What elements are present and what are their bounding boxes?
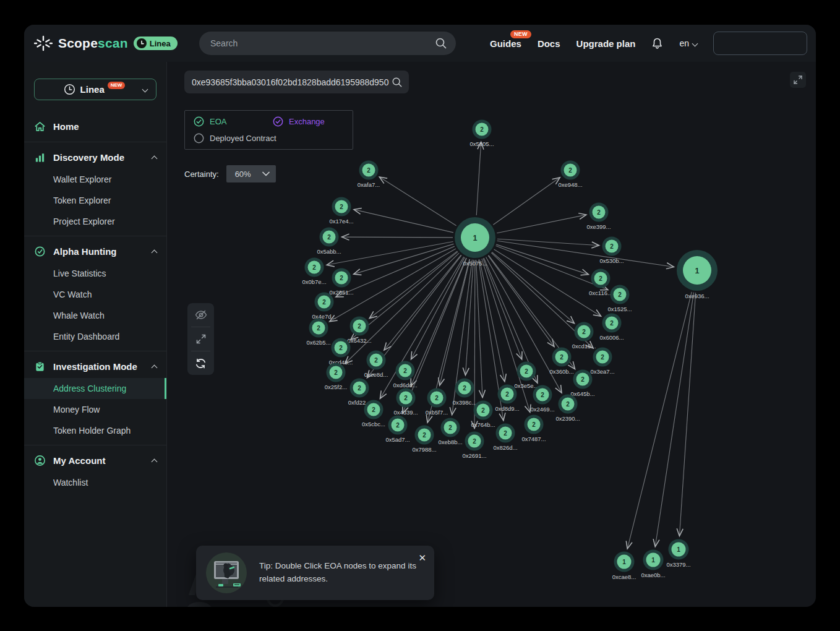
svg-text:2: 2 bbox=[358, 385, 361, 392]
search-input[interactable] bbox=[210, 38, 435, 48]
unchecked-circle-icon bbox=[194, 133, 204, 144]
graph-node[interactable]: 20x4d39... bbox=[393, 388, 418, 416]
notification-bell-icon[interactable] bbox=[651, 37, 663, 49]
graph-node[interactable]: 20x62b5... bbox=[306, 319, 330, 346]
graph-node[interactable]: 20xcd15... bbox=[572, 322, 596, 350]
nav-upgrade-plan[interactable]: Upgrade plan bbox=[576, 38, 636, 49]
graph-node-label: 0x398c... bbox=[453, 399, 477, 406]
sidebar-item-watchlist[interactable]: Watchlist bbox=[24, 472, 166, 493]
graph-node[interactable]: 20x5abb... bbox=[317, 228, 341, 255]
divider bbox=[24, 445, 166, 445]
svg-text:2: 2 bbox=[317, 325, 320, 332]
refresh-button[interactable] bbox=[187, 351, 214, 375]
svg-text:2: 2 bbox=[481, 407, 485, 414]
graph-edge bbox=[496, 246, 608, 290]
graph-node[interactable]: 20xce8d... bbox=[364, 351, 388, 379]
sidebar-item-live-statistics[interactable]: Live Statistics bbox=[24, 263, 166, 284]
graph-node[interactable]: 20x3e5e... bbox=[514, 362, 538, 390]
svg-text:2: 2 bbox=[358, 323, 361, 330]
graph-node[interactable]: 20x360b... bbox=[549, 348, 573, 376]
graph-node[interactable]: 20x2051... bbox=[329, 268, 353, 296]
graph-node[interactable]: 20xc116... bbox=[589, 269, 612, 297]
graph-node-label: 0xb5f7... bbox=[426, 409, 448, 416]
close-icon[interactable]: ✕ bbox=[418, 553, 426, 562]
graph-node[interactable]: 20x25f2... bbox=[325, 363, 347, 391]
svg-text:2: 2 bbox=[599, 275, 602, 282]
network-selector-label: Linea bbox=[80, 84, 105, 95]
graph-node[interactable]: 20x6432... bbox=[347, 317, 371, 345]
graph-node[interactable]: 20xfd22... bbox=[348, 379, 371, 406]
graph-node[interactable]: 10xcae8... bbox=[612, 552, 636, 581]
filter-eoa[interactable]: EOA bbox=[194, 116, 267, 127]
certainty-select[interactable]: 60% bbox=[226, 165, 276, 182]
search-icon[interactable] bbox=[435, 37, 447, 49]
fullscreen-button[interactable] bbox=[790, 72, 806, 88]
graph-node[interactable]: 20x5ad7... bbox=[385, 416, 409, 444]
sidebar-section-discovery[interactable]: Discovery Mode bbox=[24, 146, 166, 169]
graph-edge bbox=[679, 293, 695, 536]
graph-node[interactable]: 20x5805... bbox=[469, 120, 494, 148]
filter-exchange[interactable]: Exchange bbox=[273, 116, 325, 127]
sidebar-item-vc-watch[interactable]: VC Watch bbox=[24, 284, 166, 305]
hide-labels-button[interactable] bbox=[187, 303, 214, 327]
graph-node-label: 0x17e4... bbox=[329, 218, 353, 225]
graph-node[interactable]: 20xe399... bbox=[586, 203, 611, 231]
graph-node-label: 0xc116... bbox=[589, 290, 612, 296]
graph-node[interactable]: 20x3ea7... bbox=[590, 348, 614, 376]
svg-text:2: 2 bbox=[463, 385, 466, 392]
graph-node[interactable]: 20x7988... bbox=[412, 426, 436, 453]
sidebar-item-home[interactable]: Home bbox=[24, 115, 166, 138]
checked-circle-icon bbox=[273, 116, 283, 127]
header-nav: GuidesNEW Docs Upgrade plan en bbox=[490, 25, 811, 62]
graph-node[interactable]: 20xb5f7... bbox=[426, 388, 448, 416]
svg-text:2: 2 bbox=[327, 234, 331, 241]
address-input[interactable] bbox=[192, 77, 392, 87]
sidebar-section-alpha[interactable]: Alpha Hunting bbox=[24, 240, 166, 263]
graph-node[interactable]: 20x2469... bbox=[530, 385, 554, 413]
svg-text:2: 2 bbox=[340, 275, 343, 281]
wallet-connect-button[interactable] bbox=[713, 32, 807, 55]
language-selector[interactable]: en bbox=[679, 38, 697, 48]
graph-node-label: 0x5805... bbox=[469, 140, 494, 147]
nav-guides[interactable]: GuidesNEW bbox=[490, 38, 521, 49]
sidebar-item-wallet-explorer[interactable]: Wallet Explorer bbox=[24, 169, 166, 190]
nav-docs[interactable]: Docs bbox=[538, 38, 560, 49]
graph-node[interactable]: 20x2390... bbox=[555, 395, 580, 423]
sidebar-item-money-flow[interactable]: Money Flow bbox=[24, 399, 166, 420]
sidebar-section-account[interactable]: My Account bbox=[24, 449, 166, 472]
fit-view-button[interactable] bbox=[187, 327, 214, 351]
graph-node[interactable]: 10xe936... bbox=[677, 250, 718, 299]
graph-node[interactable]: 20x530b... bbox=[599, 237, 624, 265]
graph-node[interactable]: 10x5075... bbox=[455, 217, 495, 267]
graph-node[interactable]: 20x17e4... bbox=[329, 197, 353, 225]
graph-node[interactable]: 20xeb8b... bbox=[438, 418, 462, 446]
sidebar-item-project-explorer[interactable]: Project Explorer bbox=[24, 211, 166, 232]
sidebar-section-investigation[interactable]: Investigation Mode bbox=[24, 355, 166, 378]
graph-node[interactable]: 20x6006... bbox=[599, 314, 624, 341]
graph-node[interactable]: 20x4e7d... bbox=[312, 293, 336, 320]
linea-network-icon bbox=[64, 84, 75, 95]
expand-icon bbox=[195, 333, 207, 345]
sidebar-item-token-holder-graph[interactable]: Token Holder Graph bbox=[24, 420, 166, 441]
sidebar-item-token-explorer[interactable]: Token Explorer bbox=[24, 190, 166, 211]
network-selector[interactable]: Linea NEW bbox=[34, 79, 156, 100]
graph-node[interactable]: 20xd6dd... bbox=[393, 361, 417, 389]
sidebar-item-whale-watch[interactable]: Whale Watch bbox=[24, 305, 166, 326]
graph-node[interactable]: 20xafa7... bbox=[358, 161, 380, 189]
eye-off-icon bbox=[194, 308, 208, 322]
graph-edge bbox=[497, 215, 586, 233]
graph-node[interactable]: 20x826d... bbox=[493, 424, 517, 452]
address-search-icon[interactable] bbox=[392, 77, 403, 88]
graph-node[interactable]: 20xe948... bbox=[558, 161, 582, 189]
chevron-up-icon bbox=[152, 365, 158, 371]
sidebar-item-entity-dashboard[interactable]: Entity Dashboard bbox=[24, 326, 166, 347]
graph-node[interactable]: 20x2691... bbox=[462, 432, 486, 460]
graph-node[interactable]: 10xae0b... bbox=[641, 550, 665, 579]
graph-node[interactable]: 20x0b7e... bbox=[302, 258, 326, 286]
graph-node[interactable]: 20x7487... bbox=[521, 415, 546, 443]
svg-text:2: 2 bbox=[601, 354, 604, 361]
graph-node[interactable]: 10x3379... bbox=[666, 539, 690, 569]
svg-text:2: 2 bbox=[541, 392, 544, 398]
sidebar-item-address-clustering[interactable]: Address Clustering bbox=[24, 378, 166, 399]
filter-deployed-contract[interactable]: Deployed Contract bbox=[194, 133, 276, 144]
